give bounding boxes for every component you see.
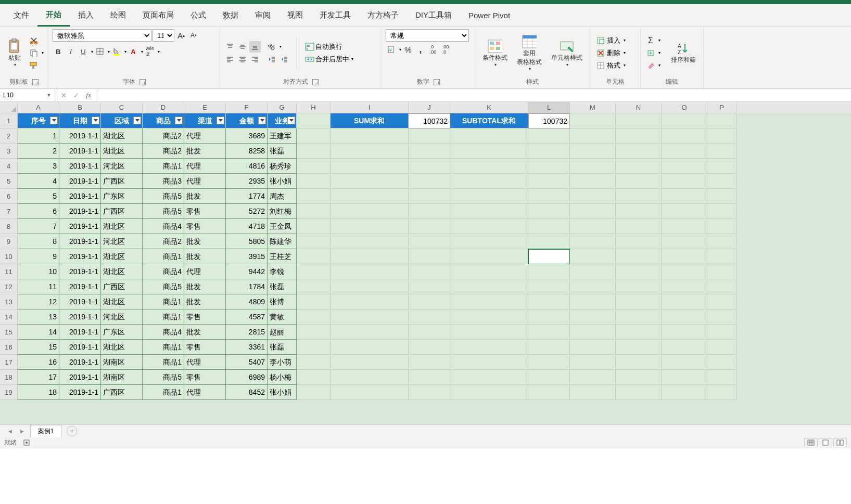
insert-cells-button[interactable]: 插入▾ <box>594 35 636 46</box>
accept-formula-button[interactable]: ✓ <box>70 92 82 99</box>
cell-K19[interactable] <box>450 385 528 400</box>
cell-H3[interactable] <box>297 144 331 159</box>
cell-P8[interactable] <box>707 219 736 234</box>
cell-J14[interactable] <box>409 309 450 325</box>
cell-L14[interactable] <box>528 309 570 325</box>
menu-tab-开发工具[interactable]: 开发工具 <box>311 5 359 25</box>
column-header-H[interactable]: H <box>297 102 331 113</box>
filter-icon[interactable] <box>287 117 295 124</box>
cell-A6[interactable]: 5 <box>18 189 59 204</box>
column-header-G[interactable]: G <box>268 102 297 113</box>
cell-P15[interactable] <box>707 325 736 340</box>
column-header-L[interactable]: L <box>528 102 570 113</box>
cell-J3[interactable] <box>409 144 450 159</box>
cell-G1[interactable]: 业务 <box>268 113 297 128</box>
cell-G11[interactable]: 李锐 <box>268 264 297 279</box>
cell-C11[interactable]: 湖北区 <box>101 264 143 279</box>
cell-M12[interactable] <box>570 279 616 294</box>
cell-D2[interactable]: 商品2 <box>143 128 184 144</box>
cell-I13[interactable] <box>331 294 409 309</box>
menu-tab-绘图[interactable]: 绘图 <box>102 5 134 25</box>
chevron-down-icon[interactable]: ▾ <box>658 38 661 43</box>
menu-tab-页面布局[interactable]: 页面布局 <box>134 5 182 25</box>
chevron-down-icon[interactable]: ▾ <box>399 47 401 52</box>
cell-G9[interactable]: 陈建华 <box>268 234 297 249</box>
cell-P1[interactable] <box>707 113 736 128</box>
font-color-button[interactable]: A <box>128 46 139 57</box>
cell-P14[interactable] <box>707 309 736 325</box>
cell-E18[interactable]: 零售 <box>184 370 226 385</box>
cell-D7[interactable]: 商品5 <box>143 204 184 219</box>
cell-D6[interactable]: 商品5 <box>143 189 184 204</box>
cell-M9[interactable] <box>570 234 616 249</box>
cell-B9[interactable]: 2019-1-1 <box>59 234 101 249</box>
cell-B19[interactable]: 2019-1-1 <box>59 385 101 400</box>
cell-N11[interactable] <box>616 264 662 279</box>
cell-C9[interactable]: 河北区 <box>101 234 143 249</box>
dialog-launcher[interactable] <box>434 79 440 85</box>
currency-button[interactable]: ¥ <box>386 44 397 55</box>
cell-F3[interactable]: 8258 <box>226 144 268 159</box>
merge-center-button[interactable]: 合并后居中 ▾ <box>303 54 355 65</box>
cell-D18[interactable]: 商品5 <box>143 370 184 385</box>
cell-P3[interactable] <box>707 144 736 159</box>
filter-icon[interactable] <box>133 117 141 124</box>
cell-H16[interactable] <box>297 340 331 355</box>
wrap-text-button[interactable]: abc 自动换行 <box>303 41 355 53</box>
cell-C3[interactable]: 湖北区 <box>101 144 143 159</box>
cell-A9[interactable]: 8 <box>18 234 59 249</box>
cell-I2[interactable] <box>331 128 409 144</box>
conditional-format-button[interactable]: 条件格式▾ <box>479 38 511 68</box>
sheet-tab-active[interactable]: 案例1 <box>30 425 62 437</box>
chevron-down-icon[interactable]: ▾ <box>141 49 143 54</box>
cell-O6[interactable] <box>662 189 707 204</box>
align-top-button[interactable] <box>224 41 236 53</box>
macro-record-icon[interactable] <box>23 439 30 446</box>
cell-P11[interactable] <box>707 264 736 279</box>
cell-I18[interactable] <box>331 370 409 385</box>
row-header[interactable]: 13 <box>0 294 18 309</box>
menu-tab-开始[interactable]: 开始 <box>37 5 70 27</box>
cell-J18[interactable] <box>409 370 450 385</box>
cell-H11[interactable] <box>297 264 331 279</box>
increase-decimal-button[interactable]: .0.00 <box>427 44 439 55</box>
increase-indent-button[interactable] <box>278 54 290 65</box>
cell-O9[interactable] <box>662 234 707 249</box>
filter-icon[interactable] <box>258 117 266 124</box>
cell-F4[interactable]: 4816 <box>226 159 268 174</box>
cell-B8[interactable]: 2019-1-1 <box>59 219 101 234</box>
cell-O2[interactable] <box>662 128 707 144</box>
cell-L1[interactable]: 100732 <box>528 113 570 128</box>
cell-E15[interactable]: 批发 <box>184 325 226 340</box>
row-header[interactable]: 4 <box>0 159 18 174</box>
cell-O17[interactable] <box>662 355 707 370</box>
cell-G12[interactable]: 张磊 <box>268 279 297 294</box>
cell-L16[interactable] <box>528 340 570 355</box>
name-box[interactable]: ▼ <box>0 89 55 101</box>
cell-B10[interactable]: 2019-1-1 <box>59 249 101 264</box>
cut-button[interactable] <box>28 35 40 46</box>
cell-B7[interactable]: 2019-1-1 <box>59 204 101 219</box>
autosum-button[interactable]: Σ <box>645 35 656 46</box>
cell-J11[interactable] <box>409 264 450 279</box>
cell-F8[interactable]: 4718 <box>226 219 268 234</box>
cell-H12[interactable] <box>297 279 331 294</box>
clear-button[interactable] <box>645 60 656 71</box>
row-header[interactable]: 12 <box>0 279 18 294</box>
cell-L12[interactable] <box>528 279 570 294</box>
cell-C2[interactable]: 湖北区 <box>101 128 143 144</box>
cell-N16[interactable] <box>616 340 662 355</box>
cell-B2[interactable]: 2019-1-1 <box>59 128 101 144</box>
cell-H5[interactable] <box>297 174 331 189</box>
cell-H4[interactable] <box>297 159 331 174</box>
cell-I6[interactable] <box>331 189 409 204</box>
cell-A15[interactable]: 14 <box>18 325 59 340</box>
cell-G18[interactable]: 杨小梅 <box>268 370 297 385</box>
cell-J2[interactable] <box>409 128 450 144</box>
cell-P9[interactable] <box>707 234 736 249</box>
cell-E4[interactable]: 代理 <box>184 159 226 174</box>
cell-K3[interactable] <box>450 144 528 159</box>
cell-M10[interactable] <box>570 249 616 264</box>
cell-H6[interactable] <box>297 189 331 204</box>
cell-E9[interactable]: 批发 <box>184 234 226 249</box>
